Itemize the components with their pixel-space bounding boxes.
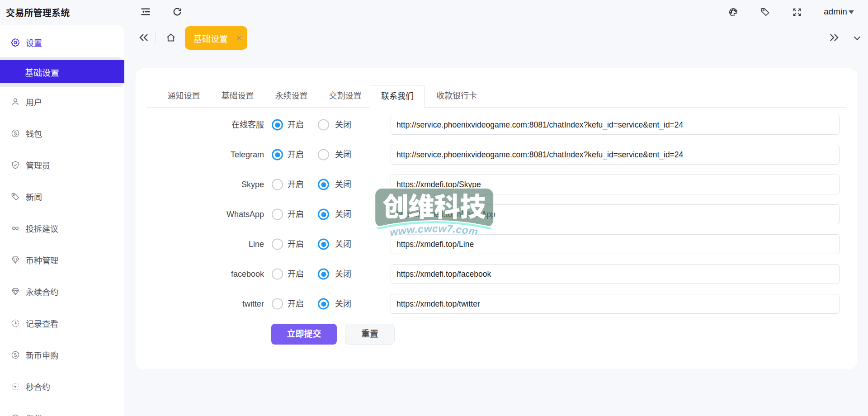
- svg-text:创维科技: 创维科技: [382, 186, 486, 224]
- svg-text:www.cwcw7.com: www.cwcw7.com: [389, 222, 479, 238]
